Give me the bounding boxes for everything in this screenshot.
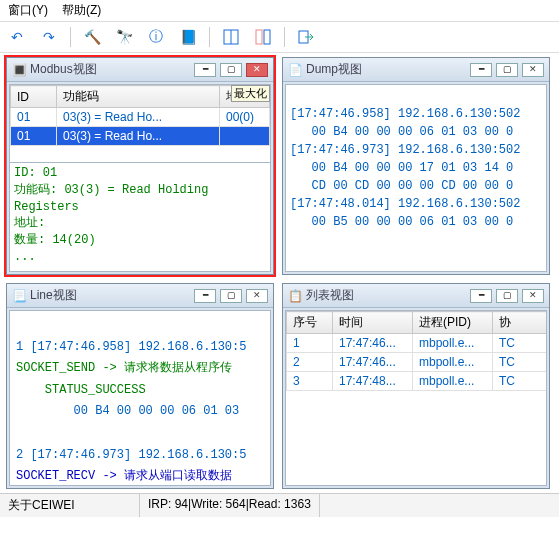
redo-icon[interactable]: ↷	[38, 26, 60, 48]
binoculars-icon[interactable]: 🔭	[113, 26, 135, 48]
col-time[interactable]: 时间	[333, 312, 413, 334]
dump-content: [17:47:46.958] 192.168.6.130:502 00 B4 0…	[286, 85, 546, 251]
table-row[interactable]: 117:47:46...mbpoll.e...TC	[287, 334, 547, 353]
info-icon[interactable]: ⓘ	[145, 26, 167, 48]
toolbar: ↶ ↷ 🔨 🔭 ⓘ 📘	[0, 21, 559, 53]
undo-icon[interactable]: ↶	[6, 26, 28, 48]
panel-icon: 📋	[288, 289, 302, 303]
titlebar-modbus[interactable]: 🔳 Modbus视图 ━ ▢ ✕	[7, 58, 273, 82]
maximize-button[interactable]: ▢	[496, 63, 518, 77]
menubar: 窗口(Y) 帮助(Z)	[0, 0, 559, 21]
list-table: 序号 时间 进程(PID) 协 117:47:46...mbpoll.e...T…	[286, 311, 546, 391]
toolbar-separator	[209, 27, 210, 47]
col-fc[interactable]: 功能码	[57, 86, 220, 108]
panel-line: 📃 Line视图 ━ ▢ ✕ 1 [17:47:46.958] 192.168.…	[6, 283, 274, 489]
panel-icon: 📃	[12, 289, 26, 303]
panel-modbus: 🔳 Modbus视图 ━ ▢ ✕ 最大化 ID 功能码 地址 01	[6, 57, 274, 275]
panel-icon: 📄	[288, 63, 302, 77]
status-irp: IRP: 94|Write: 564|Read: 1363	[140, 494, 320, 517]
exit-icon[interactable]	[295, 26, 317, 48]
close-button[interactable]: ✕	[522, 63, 544, 77]
panels2-icon[interactable]	[252, 26, 274, 48]
menu-window[interactable]: 窗口(Y)	[8, 2, 48, 19]
panel-title: Modbus视图	[30, 61, 190, 78]
close-button[interactable]: ✕	[522, 289, 544, 303]
panel-title: 列表视图	[306, 287, 466, 304]
table-row[interactable]: 217:47:46...mbpoll.e...TC	[287, 353, 547, 372]
minimize-button[interactable]: ━	[470, 63, 492, 77]
titlebar-dump[interactable]: 📄 Dump视图 ━ ▢ ✕	[283, 58, 549, 82]
statusbar: 关于CEIWEI IRP: 94|Write: 564|Read: 1363	[0, 493, 559, 517]
table-row[interactable]: 317:47:48...mbpoll.e...TC	[287, 372, 547, 391]
mdi-area: 🔳 Modbus视图 ━ ▢ ✕ 最大化 ID 功能码 地址 01	[0, 53, 559, 493]
titlebar-list[interactable]: 📋 列表视图 ━ ▢ ✕	[283, 284, 549, 308]
minimize-button[interactable]: ━	[194, 289, 216, 303]
modbus-detail: ID: 01 功能码: 03(3) = Read Holding Registe…	[10, 162, 270, 268]
panel-icon: 🔳	[12, 63, 26, 77]
panels-icon[interactable]	[220, 26, 242, 48]
toolbar-separator	[70, 27, 71, 47]
titlebar-line[interactable]: 📃 Line视图 ━ ▢ ✕	[7, 284, 273, 308]
maximize-tag[interactable]: 最大化	[231, 85, 270, 102]
maximize-button[interactable]: ▢	[220, 289, 242, 303]
maximize-button[interactable]: ▢	[496, 289, 518, 303]
svg-rect-2	[256, 30, 262, 44]
status-about: 关于CEIWEI	[0, 494, 140, 517]
minimize-button[interactable]: ━	[470, 289, 492, 303]
maximize-button[interactable]: ▢	[220, 63, 242, 77]
toolbar-separator	[284, 27, 285, 47]
close-button[interactable]: ✕	[246, 63, 268, 77]
book-icon[interactable]: 📘	[177, 26, 199, 48]
panel-dump: 📄 Dump视图 ━ ▢ ✕ [17:47:46.958] 192.168.6.…	[282, 57, 550, 275]
panel-list: 📋 列表视图 ━ ▢ ✕ 序号 时间 进程(PID) 协 117:47:46..…	[282, 283, 550, 489]
svg-rect-3	[264, 30, 270, 44]
col-id[interactable]: ID	[11, 86, 57, 108]
menu-help[interactable]: 帮助(Z)	[62, 2, 101, 19]
line-content: 1 [17:47:46.958] 192.168.6.130:5 SOCKET_…	[10, 311, 270, 485]
table-row[interactable]: 01 03(3) = Read Ho... 00(0)	[11, 108, 270, 127]
panel-title: Dump视图	[306, 61, 466, 78]
close-button[interactable]: ✕	[246, 289, 268, 303]
hammer-icon[interactable]: 🔨	[81, 26, 103, 48]
col-seq[interactable]: 序号	[287, 312, 333, 334]
table-row[interactable]: 01 03(3) = Read Ho...	[11, 127, 270, 146]
minimize-button[interactable]: ━	[194, 63, 216, 77]
col-proto[interactable]: 协	[493, 312, 547, 334]
col-pid[interactable]: 进程(PID)	[413, 312, 493, 334]
panel-title: Line视图	[30, 287, 190, 304]
